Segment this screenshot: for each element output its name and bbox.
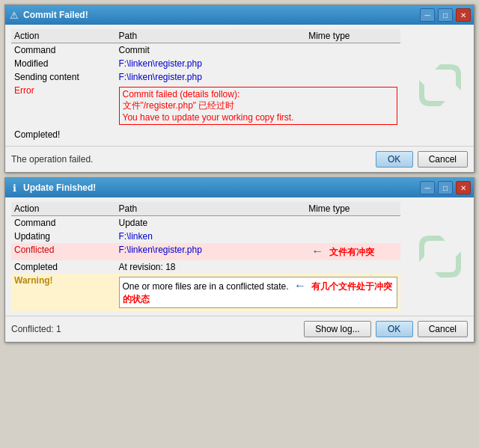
col-header-action: Action <box>11 29 116 43</box>
error-box: Commit failed (details follow): 文件"/regi… <box>119 87 398 125</box>
action-cell: Warning! <box>11 274 116 311</box>
dialog2-title: Update Finished! <box>23 182 417 193</box>
error-line-3: You have to update your working copy fir… <box>123 112 394 123</box>
table-row: Completed At revision: 18 <box>11 260 400 274</box>
watermark-1 <box>406 25 474 146</box>
title-bar-1: ⚠ Commit Failed! ─ □ ✕ <box>5 5 474 25</box>
mime-cell <box>305 216 400 230</box>
path-cell: Commit <box>116 43 306 58</box>
arrow-to-file-icon: ← <box>311 245 323 257</box>
table-row-conflicted: Conflicted F:\linken\register.php ← 文件有冲… <box>11 243 400 260</box>
error-line-1: Commit failed (details follow): <box>123 89 394 99</box>
table-row-warning: Warning! One or more files are in a conf… <box>11 274 400 311</box>
col-header-path: Path <box>116 202 306 216</box>
error-line-2: 文件"/register.php" 已经过时 <box>123 99 394 112</box>
path-link[interactable]: F:\linken\register.php <box>119 72 202 82</box>
mime-cell <box>305 128 400 141</box>
svn-arrow-icon <box>414 59 466 111</box>
col-header-action: Action <box>11 202 116 216</box>
minimize-btn-2[interactable]: ─ <box>420 181 435 194</box>
mime-cell <box>305 57 400 70</box>
action-cell: Command <box>11 43 116 58</box>
table-row: Command Commit <box>11 43 400 58</box>
path-cell: Update <box>116 216 306 230</box>
watermark-2 <box>406 197 474 316</box>
dialog2-table: Action Path Mime type Command Update <box>11 202 400 311</box>
mime-cell: ← 文件有冲突 <box>305 243 400 260</box>
table-row: Sending content F:\linken\register.php <box>11 70 400 84</box>
close-btn-1[interactable]: ✕ <box>456 8 471 22</box>
col-header-mime: Mime type <box>305 29 400 43</box>
action-cell: Completed <box>11 260 116 274</box>
maximize-btn-1[interactable]: □ <box>438 8 453 22</box>
path-link[interactable]: F:\linken <box>119 231 153 242</box>
warning-cell: One or more files are in a conflicted st… <box>116 274 401 311</box>
path-link[interactable]: F:\linken\register.php <box>119 245 202 255</box>
dialog2-content: Action Path Mime type Command Update <box>5 197 406 316</box>
dialog2-body: Action Path Mime type Command Update <box>5 197 474 316</box>
arrow-to-warning-icon: ← <box>294 279 306 292</box>
path-cell: F:\linken\register.php <box>116 57 306 70</box>
mime-cell <box>305 70 400 84</box>
mime-cell <box>305 230 400 243</box>
path-cell <box>116 128 306 141</box>
dialog2-cancel-button[interactable]: Cancel <box>418 321 468 337</box>
commit-failed-dialog: ⚠ Commit Failed! ─ □ ✕ Action Path Mime … <box>4 4 475 173</box>
dialog2-bottom-bar: Conflicted: 1 Show log... OK Cancel <box>5 316 474 342</box>
svn-arrow-down-icon <box>414 230 466 283</box>
table-row: Modified F:\linken\register.php <box>11 57 400 70</box>
dialog1-status: The operation failed. <box>11 154 93 165</box>
action-cell: Command <box>11 216 116 230</box>
dialog1-content: Action Path Mime type Command Commit Mod… <box>5 25 406 146</box>
col-header-path: Path <box>116 29 306 43</box>
annotation-file-conflict: 文件有冲突 <box>329 247 374 257</box>
col-header-mime: Mime type <box>305 202 400 216</box>
mime-cell <box>305 43 400 58</box>
table-header-row: Action Path Mime type <box>11 29 400 43</box>
action-cell: Modified <box>11 57 116 70</box>
maximize-btn-2[interactable]: □ <box>438 181 453 194</box>
annot-container: Action Path Mime type Command Update <box>11 202 400 311</box>
dialog1-btn-group: OK Cancel <box>376 151 468 168</box>
dialog2-table-area: Action Path Mime type Command Update <box>5 197 406 316</box>
update-finished-dialog: ℹ Update Finished! ─ □ ✕ Action Path Mim… <box>4 177 475 343</box>
title-bar-2: ℹ Update Finished! ─ □ ✕ <box>5 178 474 197</box>
dialog1-title: Commit Failed! <box>23 10 417 20</box>
error-cell: Commit failed (details follow): 文件"/regi… <box>116 84 401 128</box>
action-cell: Updating <box>11 230 116 243</box>
path-cell: At revision: 18 <box>116 260 306 274</box>
close-btn-2[interactable]: ✕ <box>456 181 471 194</box>
action-cell: Conflicted <box>11 243 116 260</box>
dialog1-body: Action Path Mime type Command Commit Mod… <box>5 25 474 146</box>
warning-text: One or more files are in a conflicted st… <box>123 281 289 292</box>
minimize-btn-1[interactable]: ─ <box>420 8 435 22</box>
mime-cell <box>305 260 400 274</box>
dialog1-bottom-bar: The operation failed. OK Cancel <box>5 146 474 172</box>
action-cell: Error <box>11 84 116 128</box>
action-cell: Completed! <box>11 128 116 141</box>
dialog1-table: Action Path Mime type Command Commit Mod… <box>11 29 400 141</box>
warning-box: One or more files are in a conflicted st… <box>119 277 398 308</box>
dialog1-cancel-button[interactable]: Cancel <box>418 151 468 168</box>
dialog1-table-area: Action Path Mime type Command Commit Mod… <box>5 25 406 146</box>
path-link[interactable]: F:\linken\register.php <box>119 58 202 69</box>
table-row: Completed! <box>11 128 400 141</box>
table-header-row: Action Path Mime type <box>11 202 400 216</box>
dialog2-status: Conflicted: 1 <box>11 324 61 334</box>
dialog1-ok-button[interactable]: OK <box>376 151 413 168</box>
warning-label: Warning! <box>14 275 53 286</box>
path-cell: F:\linken\register.php <box>116 243 306 260</box>
table-row: Command Update <box>11 216 400 230</box>
action-cell: Sending content <box>11 70 116 84</box>
dialog2-icon: ℹ <box>8 182 20 194</box>
dialog2-btn-group: Show log... OK Cancel <box>304 321 468 337</box>
dialog2-ok-button[interactable]: OK <box>376 321 413 337</box>
dialog1-icon: ⚠ <box>8 9 20 21</box>
path-cell: F:\linken <box>116 230 306 243</box>
path-cell: F:\linken\register.php <box>116 70 306 84</box>
dialog2-showlog-button[interactable]: Show log... <box>304 321 370 337</box>
table-row: Updating F:\linken <box>11 230 400 243</box>
table-row: Error Commit failed (details follow): 文件… <box>11 84 400 128</box>
